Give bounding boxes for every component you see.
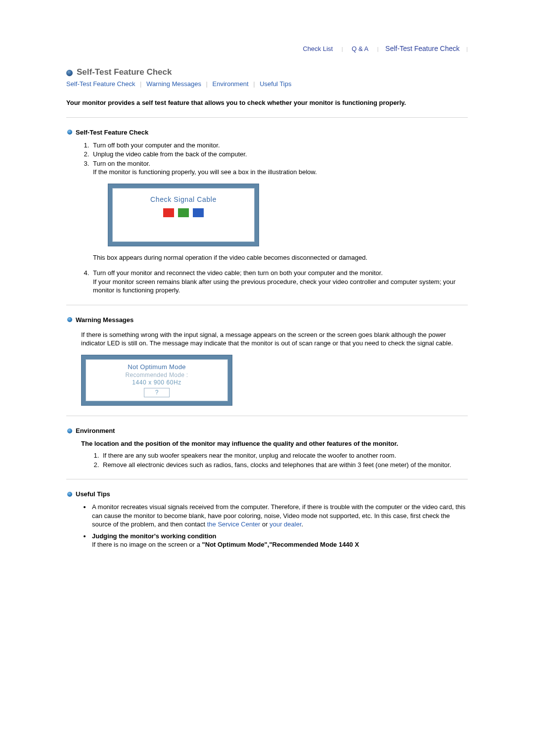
- env-item-2: Remove all electronic devices such as ra…: [101, 461, 468, 470]
- page-title-row: Self-Test Feature Check: [66, 67, 468, 77]
- env-intro: The location and the position of the mon…: [81, 439, 468, 448]
- selftest-steps: Turn off both your computer and the moni…: [91, 141, 468, 295]
- top-nav: Check List | Q & A | Self-Test Feature C…: [66, 45, 468, 67]
- divider: [66, 479, 468, 479]
- env-item-1: If there are any sub woofer speakers nea…: [101, 451, 468, 460]
- env-list: If there are any sub woofer speakers nea…: [101, 451, 468, 469]
- tips-list: A monitor recreates visual signals recei…: [91, 503, 468, 549]
- check-cable-text: Check Signal Cable: [150, 195, 217, 204]
- section-heading-tips: Useful Tips: [67, 490, 468, 498]
- link-service-center[interactable]: the Service Center: [207, 520, 261, 528]
- tip-2: Judging the monitor's working condition …: [91, 532, 468, 549]
- section-heading-warning: Warning Messages: [67, 316, 468, 324]
- nav-separator: |: [466, 46, 468, 52]
- step-2: Unplug the video cable from the back of …: [91, 150, 468, 159]
- tip-2-heading: Judging the monitor's working condition: [92, 532, 217, 540]
- anchor-warning[interactable]: Warning Messages: [146, 80, 201, 88]
- link-dealer[interactable]: your dealer: [269, 520, 301, 528]
- divider: [66, 416, 468, 416]
- monitor-screen: Not Optimum Mode Recommended Mode : 1440…: [86, 359, 228, 401]
- anchor-environment[interactable]: Environment: [213, 80, 249, 88]
- monitor-frame: Check Signal Cable: [108, 184, 259, 246]
- intro-text: Your monitor provides a self test featur…: [66, 98, 468, 107]
- nav-selftest[interactable]: Self-Test Feature Check: [385, 45, 459, 52]
- green-square-icon: [178, 208, 189, 217]
- not-optimum-resolution: 1440 x 900 60Hz: [132, 379, 181, 386]
- question-box: ?: [144, 388, 170, 397]
- page-title: Self-Test Feature Check: [77, 67, 172, 77]
- step-3-note: This box appears during normal operation…: [93, 253, 468, 262]
- not-optimum-line2: Recommended Mode :: [126, 372, 188, 379]
- bullet-large-icon: [66, 70, 73, 76]
- step-4: Turn off your monitor and reconnect the …: [91, 269, 468, 295]
- monitor-frame: Not Optimum Mode Recommended Mode : 1440…: [81, 355, 232, 406]
- not-optimum-line1: Not Optimum Mode: [128, 363, 186, 371]
- anchor-selftest[interactable]: Self-Test Feature Check: [66, 80, 135, 88]
- nav-qa[interactable]: Q & A: [352, 45, 368, 52]
- bullet-small-icon: [67, 130, 72, 135]
- rgb-squares: [163, 208, 204, 217]
- bullet-small-icon: [67, 317, 72, 322]
- step-1: Turn off both your computer and the moni…: [91, 141, 468, 150]
- bullet-small-icon: [67, 492, 72, 497]
- illustration-check-cable: Check Signal Cable: [108, 184, 468, 246]
- nav-separator: |: [342, 46, 343, 52]
- tip-2-bold-msg: "Not Optimum Mode","Recommended Mode 144…: [202, 541, 359, 548]
- divider: [66, 305, 468, 305]
- nav-separator: |: [377, 46, 379, 52]
- bullet-small-icon: [67, 428, 72, 433]
- step-3: Turn on the monitor. If the monitor is f…: [91, 159, 468, 262]
- warning-paragraph: If there is something wrong with the inp…: [81, 331, 468, 348]
- monitor-screen: Check Signal Cable: [112, 188, 255, 242]
- illustration-not-optimum: Not Optimum Mode Recommended Mode : 1440…: [81, 355, 468, 406]
- divider: [66, 117, 468, 118]
- page-container: Check List | Q & A | Self-Test Feature C…: [66, 0, 468, 549]
- red-square-icon: [163, 208, 174, 217]
- blue-square-icon: [193, 208, 204, 217]
- section-heading-environment: Environment: [67, 427, 468, 434]
- anchor-nav: Self-Test Feature Check | Warning Messag…: [66, 80, 468, 88]
- section-heading-selftest: Self-Test Feature Check: [67, 129, 468, 136]
- anchor-tips[interactable]: Useful Tips: [260, 80, 291, 88]
- nav-check-list[interactable]: Check List: [303, 45, 333, 52]
- tip-1: A monitor recreates visual signals recei…: [91, 503, 468, 529]
